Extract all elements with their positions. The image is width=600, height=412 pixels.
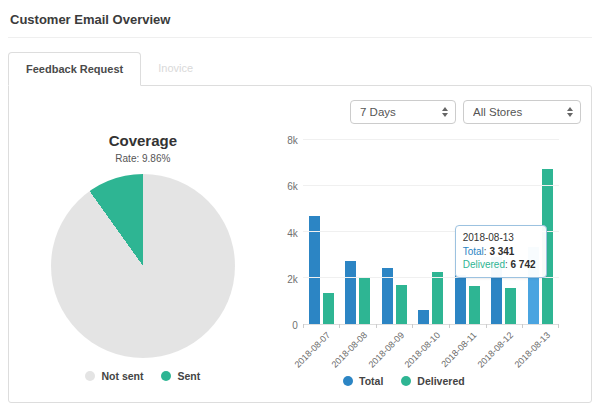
sent-dot-icon bbox=[161, 371, 171, 381]
customer-email-overview-page: Customer Email Overview Feedback Request… bbox=[0, 0, 600, 411]
tooltip-date: 2018-08-13 bbox=[463, 231, 539, 245]
tooltip-delivered-row: Delivered: 6 742 bbox=[463, 258, 539, 272]
delivered-bar[interactable] bbox=[359, 277, 370, 324]
bar-legend-item-delivered[interactable]: Delivered bbox=[401, 375, 464, 387]
x-axis-tick bbox=[449, 324, 450, 328]
bar-legend-label: Total bbox=[359, 375, 383, 387]
x-axis-tick bbox=[376, 324, 377, 328]
total-bar[interactable] bbox=[455, 275, 466, 324]
tooltip-delivered-value: 6 742 bbox=[511, 259, 536, 270]
y-tick-label: 2k bbox=[287, 273, 298, 284]
tab-feedback-request[interactable]: Feedback Request bbox=[8, 52, 141, 86]
tab-invoice[interactable]: Inovice bbox=[141, 52, 210, 85]
bar-legend-item-total[interactable]: Total bbox=[343, 375, 383, 387]
y-tick-label: 6k bbox=[287, 181, 298, 192]
page-title: Customer Email Overview bbox=[8, 8, 592, 37]
delivered-bar[interactable] bbox=[469, 286, 480, 324]
pie-legend-item-sent[interactable]: Sent bbox=[161, 370, 200, 382]
y-tick-label: 0 bbox=[292, 320, 298, 331]
email-stats-section: 7 Days All Stores 02k4k6k8k bbox=[277, 86, 591, 402]
y-tick-label: 4k bbox=[287, 227, 298, 238]
chart-tooltip: 2018-08-13 Total: 3 341 Delivered: 6 742 bbox=[455, 225, 547, 278]
pie-legend: Not sent Sent bbox=[85, 370, 200, 382]
gridline bbox=[303, 139, 559, 140]
pie-legend-label: Not sent bbox=[101, 370, 143, 382]
coverage-pie-chart[interactable] bbox=[51, 174, 235, 358]
pie-chart-subtitle: Rate: 9.86% bbox=[115, 153, 170, 164]
tab-panel: Coverage Rate: 9.86% Not sent Sent bbox=[8, 85, 592, 403]
x-axis-tick bbox=[558, 324, 559, 328]
tab-bar: Feedback Request Inovice bbox=[8, 52, 592, 85]
period-select[interactable]: 7 Days bbox=[350, 100, 456, 124]
bar-group[interactable] bbox=[339, 140, 376, 324]
pie-legend-label: Sent bbox=[177, 370, 200, 382]
x-axis-tick bbox=[412, 324, 413, 328]
total-bar[interactable] bbox=[309, 216, 320, 324]
gridline bbox=[303, 185, 559, 186]
coverage-section: Coverage Rate: 9.86% Not sent Sent bbox=[9, 86, 277, 402]
bar-group[interactable] bbox=[303, 140, 340, 324]
bar-legend: Total Delivered bbox=[277, 375, 531, 387]
store-select-wrap: All Stores bbox=[463, 100, 581, 124]
filter-bar: 7 Days All Stores bbox=[277, 100, 581, 124]
pie-chart-title: Coverage bbox=[109, 132, 177, 149]
total-dot-icon bbox=[343, 376, 353, 386]
header-divider bbox=[8, 37, 592, 38]
delivered-bar[interactable] bbox=[432, 272, 443, 324]
not-sent-dot-icon bbox=[85, 371, 95, 381]
delivered-bar[interactable] bbox=[396, 285, 407, 324]
delivered-bar[interactable] bbox=[505, 288, 516, 324]
bar-chart-plot[interactable]: 2018-08-13 Total: 3 341 Delivered: 6 742… bbox=[303, 140, 559, 325]
delivered-bar[interactable] bbox=[323, 293, 334, 324]
y-tick-label: 8k bbox=[287, 135, 298, 146]
total-bar[interactable] bbox=[418, 310, 429, 324]
tooltip-delivered-label: Delivered: bbox=[463, 259, 511, 270]
bar-legend-label: Delivered bbox=[417, 375, 464, 387]
tooltip-total-value: 3 341 bbox=[489, 246, 514, 257]
store-select[interactable]: All Stores bbox=[463, 100, 581, 124]
period-select-wrap: 7 Days bbox=[350, 100, 456, 124]
bar-group[interactable] bbox=[412, 140, 449, 324]
pie-legend-item-not-sent[interactable]: Not sent bbox=[85, 370, 143, 382]
bar-group[interactable] bbox=[376, 140, 413, 324]
x-axis-tick bbox=[522, 324, 523, 328]
delivered-dot-icon bbox=[401, 376, 411, 386]
x-axis-tick bbox=[486, 324, 487, 328]
x-axis-tick bbox=[339, 324, 340, 328]
bar-chart-y-axis: 02k4k6k8k bbox=[279, 140, 303, 325]
x-axis-tick bbox=[303, 324, 304, 328]
tooltip-total-row: Total: 3 341 bbox=[463, 245, 539, 259]
total-bar[interactable] bbox=[345, 261, 356, 324]
bar-chart: 02k4k6k8k 2018-08-13 Total: 3 341 Delive… bbox=[279, 140, 581, 325]
tooltip-total-label: Total: bbox=[463, 246, 490, 257]
